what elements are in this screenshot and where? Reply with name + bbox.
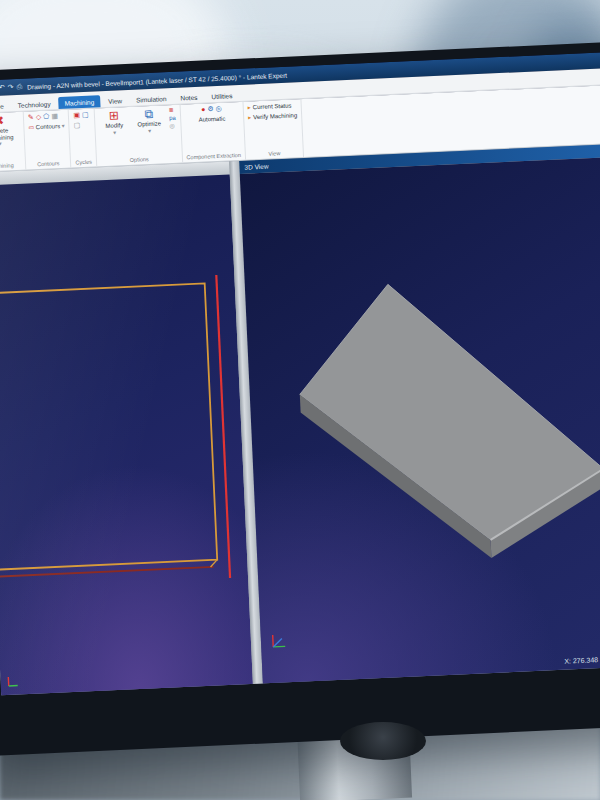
delete-machining-icon: ✖ <box>0 115 4 128</box>
tab-view[interactable]: View <box>102 94 129 107</box>
ribbon-group-view: ▸ Current Status ▸ Verify Machining View <box>243 99 304 160</box>
polygon-icon[interactable]: ⬠ <box>43 113 49 121</box>
delete-machining-label: Delete Machining <box>0 127 20 142</box>
2d-drawing-canvas[interactable] <box>0 174 253 695</box>
3d-view-pane: 3D View X: 276.348 <box>239 144 600 685</box>
tab-notes[interactable]: Notes <box>174 91 203 104</box>
caret-down-icon: ▾ <box>148 127 151 134</box>
redo-icon[interactable]: ↷ <box>8 83 14 91</box>
caret-down-icon: ▾ <box>62 123 65 129</box>
print-icon[interactable]: ⎙ <box>16 83 22 91</box>
3d-view-canvas[interactable]: X: 276.348 <box>240 157 600 685</box>
cycle-square-icon[interactable]: ▣ <box>73 111 80 119</box>
drawing-pane <box>0 161 253 695</box>
workspace: 3D View X: 276.348 <box>0 144 600 696</box>
axis-triad-icon <box>269 631 288 650</box>
part-geometry <box>0 174 253 695</box>
group-label-contours: Contours <box>30 159 67 170</box>
stand-hinge <box>340 722 426 760</box>
target-icon[interactable]: ◎ <box>216 105 222 113</box>
list-icon[interactable]: ≣ <box>169 107 176 114</box>
modify-icon: ⊞ <box>109 109 120 122</box>
verify-machining-label: Verify Machining <box>253 111 297 122</box>
cut-line <box>216 275 230 578</box>
part-outline <box>0 283 217 571</box>
sheet-part-3d <box>293 273 600 597</box>
screen: ◧ ▦ ↶ ↷ ⎙ Drawing - A2N with bevel - Bev… <box>0 52 600 696</box>
current-status-label: Current Status <box>253 102 292 113</box>
contours-button[interactable]: ▭ Contours ▾ <box>28 122 65 132</box>
target-icon[interactable]: ◎ <box>169 123 176 130</box>
caret-down-icon: ▾ <box>0 141 2 148</box>
delete-machining-button[interactable]: ✖ Delete Machining ▾ <box>0 114 20 148</box>
quick-access-toolbar[interactable]: ◧ ▦ ↶ ↷ ⎙ <box>0 83 22 93</box>
tab-technology[interactable]: Technology <box>11 97 56 111</box>
optimize-icon: ⧉ <box>144 108 153 121</box>
bullet-icon: ▸ <box>248 103 251 112</box>
optimize-button[interactable]: ⧉ Optimize ▾ <box>132 107 167 135</box>
pa-tool-icon[interactable]: pa <box>169 115 176 122</box>
automatic-button[interactable]: Automatic <box>199 115 226 124</box>
gear-icon[interactable]: ⚙ <box>207 105 214 113</box>
contours-label: Contours <box>36 123 61 130</box>
ribbon-group-cycles: ▣ ▢ ▢ Cycles <box>69 108 97 167</box>
pencil-icon[interactable]: ✎ <box>28 113 34 121</box>
bullet-icon: ▸ <box>248 113 251 122</box>
stop-icon[interactable]: ● <box>201 105 206 113</box>
axis-indicator-icon <box>5 673 20 688</box>
modify-button[interactable]: ⊞ Modify ▾ <box>99 109 130 136</box>
ribbon-group-component-extraction: ● ⚙ ◎ Automatic Component Extraction <box>180 102 246 163</box>
grid-icon[interactable]: ▦ <box>51 112 58 120</box>
group-label-cycles: Cycles <box>75 158 92 168</box>
contour-icon: ▭ <box>28 124 34 130</box>
ribbon-group-options: ⊞ Modify ▾ ⧉ Optimize ▾ ≣ pa ◎ O <box>95 105 183 167</box>
tab-machining[interactable]: Machining <box>58 95 100 109</box>
ribbon-group-machining: ✖ Delete Machining ▾ Machining <box>0 112 26 172</box>
cycle-outline-icon[interactable]: ▢ <box>82 111 89 119</box>
tab-home[interactable]: Home <box>0 99 10 112</box>
ribbon-group-contours: ✎ ◇ ⬠ ▦ ▭ Contours ▾ Contours <box>24 110 72 170</box>
bevel-icon[interactable]: ◇ <box>36 113 42 121</box>
cycle-outline-icon[interactable]: ▢ <box>74 121 81 129</box>
tab-simulation[interactable]: Simulation <box>130 92 173 106</box>
verify-machining-toggle[interactable]: ▸ Verify Machining <box>248 111 297 122</box>
undo-icon[interactable]: ↶ <box>0 84 5 92</box>
tab-utilities[interactable]: Utilities <box>205 89 238 102</box>
cursor-x-coordinate: X: 276.348 <box>564 656 598 665</box>
caret-down-icon: ▾ <box>113 129 116 136</box>
monitor: ◧ ▦ ↶ ↷ ⎙ Drawing - A2N with bevel - Bev… <box>0 41 600 756</box>
